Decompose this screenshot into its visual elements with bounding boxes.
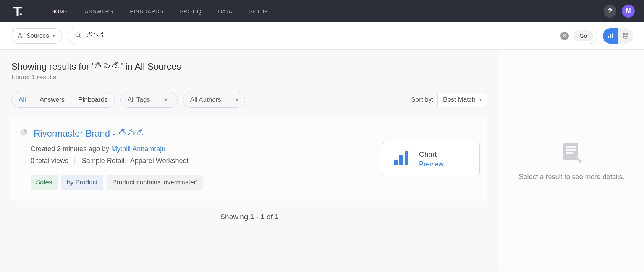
chip-by-product: by Product	[61, 175, 103, 190]
svg-point-8	[623, 33, 628, 35]
svg-line-4	[79, 36, 81, 38]
view-mode-toggle	[603, 28, 633, 44]
sort-dropdown[interactable]: Best Match ▾	[437, 93, 487, 107]
help-button[interactable]: ?	[604, 5, 616, 18]
chip-filter: Product contains 'rivermaster'	[107, 175, 203, 190]
top-nav: HOME ANSWERS PINBOARDS SPOTIQ DATA SETUP…	[0, 0, 644, 22]
tab-pinboards[interactable]: Pinboards	[71, 92, 115, 107]
source-dropdown-label: All Sources	[18, 33, 49, 39]
search-bar: All Sources ▾ ✕ Go	[0, 22, 644, 50]
pagination: Showing 1 - 1 of 1	[11, 201, 487, 233]
result-views: 0 total views	[31, 157, 68, 165]
svg-rect-10	[399, 155, 403, 165]
preview-type-label: Chart	[419, 150, 443, 159]
chevron-down-icon: ▾	[53, 33, 55, 39]
chevron-down-icon: ▾	[165, 97, 167, 103]
chip-sales: Sales	[31, 175, 58, 190]
nav-answers[interactable]: ANSWERS	[76, 1, 121, 21]
go-button[interactable]: Go	[573, 30, 593, 41]
nav-data[interactable]: DATA	[210, 1, 241, 21]
search-icon	[75, 32, 82, 40]
tags-dropdown[interactable]: All Tags ▾	[120, 92, 178, 108]
filters-row: All Answers Pinboards All Tags ▾ All Aut…	[11, 92, 499, 108]
app-logo[interactable]	[10, 3, 25, 19]
details-panel-message: Select a result to see more details.	[519, 173, 624, 181]
pie-chart-icon	[20, 128, 28, 139]
tags-dropdown-label: All Tags	[128, 96, 150, 104]
result-card[interactable]: Rivermaster Brand - తినండి Created 2 min…	[11, 118, 487, 201]
search-input[interactable]	[86, 32, 556, 40]
svg-rect-15	[566, 149, 576, 151]
nav-spotiq[interactable]: SPOTIQ	[172, 1, 210, 21]
search-box: ✕ Go	[68, 28, 597, 44]
sort-label: Sort by:	[411, 96, 434, 104]
chart-bar-icon	[607, 33, 614, 39]
preview-link[interactable]: Preview	[419, 160, 443, 168]
result-preview-card: Chart Preview	[382, 142, 480, 176]
svg-rect-16	[566, 152, 573, 154]
tab-answers[interactable]: Answers	[33, 92, 71, 107]
chevron-down-icon: ▾	[479, 97, 482, 103]
svg-rect-5	[608, 36, 609, 38]
svg-rect-14	[566, 146, 576, 148]
results-title: Showing results for 'తినండి' in All Sour…	[11, 61, 499, 72]
nav-home[interactable]: HOME	[43, 1, 76, 21]
sort-dropdown-value: Best Match	[443, 96, 476, 104]
svg-rect-7	[612, 33, 613, 38]
result-meta: Created 2 minutes ago by Mythili Annamra…	[31, 145, 377, 153]
result-title[interactable]: Rivermaster Brand - తినండి	[20, 128, 377, 139]
svg-point-3	[76, 33, 80, 37]
type-tabs: All Answers Pinboards	[11, 92, 115, 108]
source-dropdown[interactable]: All Sources ▾	[11, 28, 62, 44]
results-count: Found 1 results	[11, 73, 499, 81]
chart-bar-icon	[392, 150, 411, 168]
chart-mode-button[interactable]	[603, 28, 618, 44]
database-icon	[622, 33, 629, 39]
result-author[interactable]: Mythili Annamraju	[111, 145, 165, 153]
result-chips: Sales by Product Product contains 'river…	[31, 175, 377, 190]
svg-rect-13	[563, 143, 578, 160]
document-placeholder-icon	[560, 140, 584, 166]
nav-setup[interactable]: SETUP	[241, 1, 276, 21]
authors-dropdown-label: All Authors	[190, 96, 221, 104]
chevron-down-icon: ▾	[236, 97, 238, 103]
clear-search-button[interactable]: ✕	[560, 32, 569, 40]
tab-all[interactable]: All	[12, 92, 33, 107]
svg-rect-11	[405, 151, 408, 165]
details-panel: Select a result to see more details.	[499, 50, 644, 271]
result-info: 0 total views | Sample Retail - Apparel …	[31, 157, 377, 165]
svg-rect-1	[16, 7, 18, 16]
svg-point-2	[20, 13, 22, 15]
authors-dropdown[interactable]: All Authors ▾	[183, 92, 245, 108]
svg-rect-6	[610, 34, 611, 38]
close-icon: ✕	[562, 33, 566, 39]
nav-pinboards[interactable]: PINBOARDS	[121, 1, 172, 21]
svg-rect-9	[394, 160, 398, 165]
user-avatar[interactable]: M	[622, 5, 635, 18]
result-worksheet: Sample Retail - Apparel Worksheet	[82, 157, 189, 165]
result-title-text: Rivermaster Brand - తినండి	[34, 128, 146, 139]
data-mode-button[interactable]	[618, 28, 633, 44]
created-label: Created 2 minutes ago by	[31, 145, 109, 153]
results-area: Showing results for 'తినండి' in All Sour…	[0, 50, 499, 271]
